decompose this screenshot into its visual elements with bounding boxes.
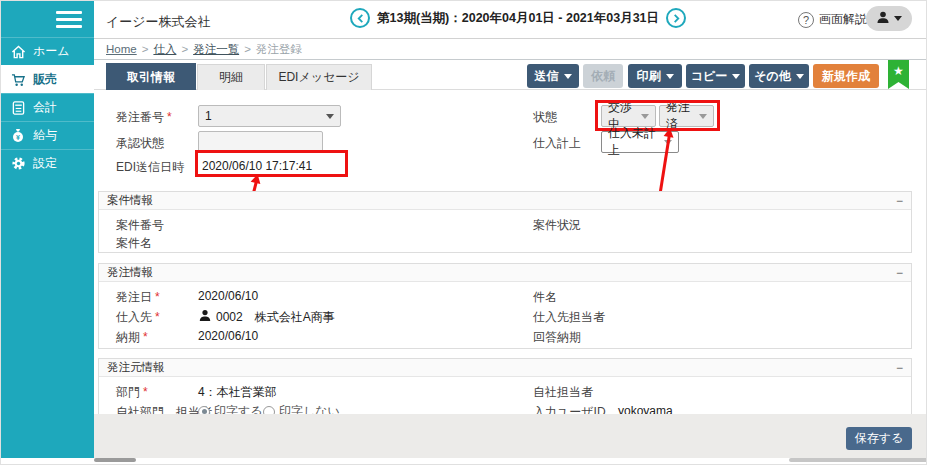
required-mark: * [167, 110, 172, 124]
supplier-contact-label: 仕入先担当者 [533, 309, 605, 326]
edi-sent-value: 2020/06/10 17:17:41 [202, 159, 312, 173]
breadcrumb-home[interactable]: Home [106, 43, 137, 55]
status-select-2[interactable]: 発注済 [659, 105, 714, 127]
period-prev-button[interactable] [350, 8, 370, 28]
collapse-section-button[interactable]: − [896, 195, 903, 207]
chevron-down-icon [699, 114, 707, 119]
collapse-section-button[interactable]: − [896, 362, 903, 374]
chevron-down-icon [564, 74, 572, 79]
screen-help-label: 画面解説 [819, 11, 867, 28]
horizontal-scrollbar [1, 458, 927, 465]
chevron-down-icon [894, 16, 902, 21]
section-title: 発注情報 [107, 265, 153, 280]
breadcrumb-purchase[interactable]: 仕入 [153, 42, 176, 57]
project-name-label: 案件名 [116, 235, 152, 252]
section-header: 発注情報 − [99, 264, 911, 282]
project-status-label: 案件状況 [533, 217, 581, 234]
breadcrumb-separator: > [142, 43, 149, 55]
chevron-down-icon [326, 114, 334, 119]
approval-status-input[interactable] [198, 131, 323, 153]
sidebar-item-label: 設定 [33, 155, 57, 172]
question-icon: ? [798, 12, 814, 28]
tab-toolbar-row: 取引情報 明細 EDIメッセージ 送信 依頼 印刷 コピー その他 新規作成 ★ [94, 60, 927, 90]
section-header: 案件情報 − [99, 192, 911, 210]
user-menu-button[interactable] [866, 6, 912, 31]
breadcrumb-order-list[interactable]: 発注一覧 [193, 42, 239, 57]
chevron-down-icon [796, 74, 804, 79]
supplier-person-icon[interactable] [199, 308, 211, 326]
order-no-select[interactable]: 1 [198, 105, 341, 127]
section-project-info: 案件情報 − [98, 191, 912, 253]
collapse-section-button[interactable]: − [896, 267, 903, 279]
purchase-posting-label: 仕入計上 [533, 135, 581, 152]
sidebar-item-settings[interactable]: 設定 [1, 149, 94, 177]
status-select-1[interactable]: 交渉中 [601, 105, 656, 127]
copy-button[interactable]: コピー [686, 64, 745, 88]
sidebar-item-accounting[interactable]: 会計 [1, 93, 94, 121]
request-button[interactable]: 依頼 [583, 64, 623, 88]
other-button-label: その他 [754, 68, 791, 85]
svg-text:¥: ¥ [16, 134, 20, 141]
sidebar-item-label: 販売 [33, 71, 57, 88]
create-new-button[interactable]: 新規作成 [813, 64, 879, 88]
chevron-down-icon [641, 114, 649, 119]
request-button-label: 依頼 [591, 68, 615, 85]
sidebar-item-label: ホーム [33, 43, 70, 60]
breadcrumb-separator: > [244, 43, 251, 55]
scrollbar-thumb[interactable] [94, 458, 136, 462]
favorite-bookmark-button[interactable]: ★ [888, 60, 909, 89]
hamburger-menu-icon[interactable] [56, 11, 82, 29]
copy-button-label: コピー [691, 68, 728, 85]
order-no-value: 1 [205, 109, 212, 123]
breadcrumb-separator: > [181, 43, 188, 55]
user-icon [876, 10, 890, 28]
answer-delivery-label: 回答納期 [533, 329, 581, 346]
send-button[interactable]: 送信 [527, 64, 579, 88]
tab-detail[interactable]: 明細 [197, 64, 265, 90]
subject-label: 件名 [533, 289, 557, 306]
gear-icon [10, 156, 26, 172]
delivery-date-label: 納期* [116, 329, 148, 346]
print-button-label: 印刷 [637, 68, 661, 85]
tab-label: EDIメッセージ [278, 69, 359, 86]
sidebar-item-label: 給与 [33, 127, 57, 144]
scrollbar-thumb[interactable] [789, 458, 927, 462]
sidebar-item-sales[interactable]: 販売 [1, 65, 94, 93]
status-label: 状態 [533, 109, 557, 126]
sidebar-item-label: 会計 [33, 99, 57, 116]
top-header: イージー株式会社 第13期(当期)：2020年04月01日 - 2021年03月… [94, 1, 927, 39]
save-button-label: 保存する [855, 431, 904, 445]
own-contact-label: 自社担当者 [533, 384, 593, 401]
supplier-label: 仕入先* [116, 309, 160, 326]
order-no-label: 発注番号* [116, 109, 172, 126]
fiscal-period-nav: 第13期(当期)：2020年04月01日 - 2021年03月31日 [350, 8, 686, 28]
home-icon [10, 44, 26, 60]
approval-status-label: 承認状態 [116, 135, 164, 152]
tab-edi-message[interactable]: EDIメッセージ [266, 64, 372, 90]
department-value: 4：本社営業部 [198, 384, 277, 401]
send-button-label: 送信 [535, 68, 559, 85]
delivery-date-value: 2020/06/10 [198, 329, 258, 343]
tab-transaction-info[interactable]: 取引情報 [106, 63, 196, 90]
period-next-button[interactable] [666, 8, 686, 28]
save-button[interactable]: 保存する [846, 427, 912, 450]
breadcrumb-current-page: 発注登録 [256, 42, 302, 57]
sidebar: ホーム 販売 会計 ¥ 給与 設定 [1, 1, 94, 458]
screen-help-button[interactable]: ? 画面解説 [798, 11, 867, 28]
required-mark: * [143, 330, 148, 344]
sidebar-item-payroll[interactable]: ¥ 給与 [1, 121, 94, 149]
tab-label: 明細 [219, 69, 243, 86]
other-button[interactable]: その他 [749, 64, 809, 88]
department-label: 部門* [116, 384, 148, 401]
supplier-value: 0002 株式会社A商事 [216, 309, 335, 326]
money-bag-icon: ¥ [10, 128, 26, 144]
project-no-label: 案件番号 [116, 217, 164, 234]
breadcrumb: Home > 仕入 > 発注一覧 > 発注登録 [94, 39, 927, 60]
create-new-button-label: 新規作成 [822, 68, 870, 85]
footer-bar: 保存する [94, 414, 927, 458]
calculator-icon [10, 100, 26, 116]
required-mark: * [155, 290, 160, 304]
print-button[interactable]: 印刷 [628, 64, 682, 88]
purchase-posting-value: 仕入未計上 [608, 125, 664, 159]
sidebar-item-home[interactable]: ホーム [1, 37, 94, 65]
